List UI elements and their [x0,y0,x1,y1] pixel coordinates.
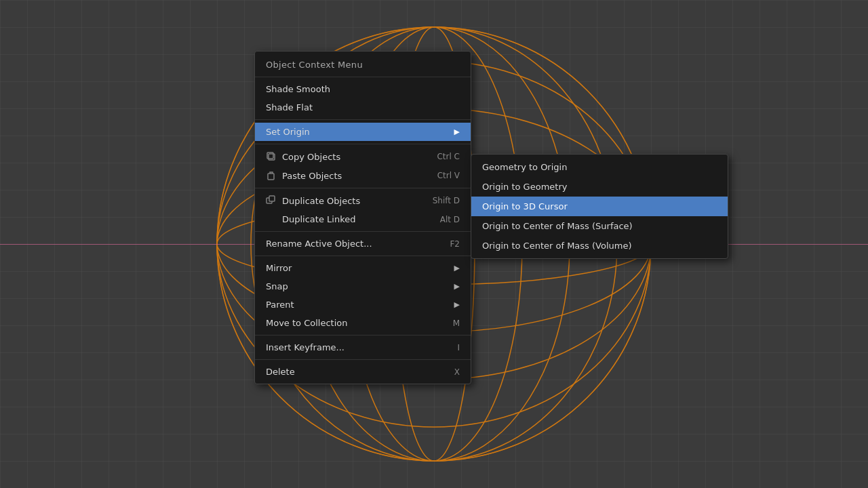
divider-6 [255,335,471,336]
menu-item-shade-smooth[interactable]: Shade Smooth [255,80,471,98]
delete-label: Delete [266,367,295,377]
menu-item-parent[interactable]: Parent ▶ [255,296,471,314]
menu-item-move-to-collection[interactable]: Move to Collection M [255,314,471,332]
origin-to-3d-cursor-label: Origin to 3D Cursor [482,201,568,211]
divider-7 [255,359,471,360]
duplicate-objects-label: Duplicate Objects [282,196,360,206]
divider-1 [255,119,471,120]
menu-item-duplicate-linked[interactable]: Duplicate Linked Alt D [255,210,471,228]
set-origin-submenu: Geometry to Origin Origin to Geometry Or… [471,154,728,259]
paste-icon [266,170,277,181]
menu-item-snap[interactable]: Snap ▶ [255,277,471,296]
context-menu: Object Context Menu Shade Smooth Shade F… [254,51,471,384]
svg-rect-15 [269,196,275,201]
duplicate-linked-shortcut: Alt D [440,215,460,224]
origin-to-center-of-mass-surface-label: Origin to Center of Mass (Surface) [482,221,633,231]
mirror-arrow: ▶ [454,264,460,272]
menu-item-duplicate-objects[interactable]: Duplicate Objects Shift D [255,191,471,210]
copy-icon [266,151,277,162]
snap-arrow: ▶ [454,282,460,291]
submenu-item-origin-to-center-of-mass-volume[interactable]: Origin to Center of Mass (Volume) [471,236,728,256]
menu-item-delete[interactable]: Delete X [255,363,471,381]
menu-item-insert-keyframe[interactable]: Insert Keyframe... I [255,338,471,357]
submenu-item-origin-to-center-of-mass-surface[interactable]: Origin to Center of Mass (Surface) [471,216,728,236]
duplicate-objects-shortcut: Shift D [433,196,460,205]
mirror-label: Mirror [266,263,292,273]
menu-item-set-origin[interactable]: Set Origin ▶ [255,123,471,141]
insert-keyframe-label: Insert Keyframe... [266,342,344,352]
copy-objects-shortcut: Ctrl C [437,152,460,161]
menu-item-shade-flat[interactable]: Shade Flat [255,98,471,117]
geometry-to-origin-label: Geometry to Origin [482,162,567,172]
copy-objects-label: Copy Objects [282,152,340,162]
delete-shortcut: X [454,367,460,377]
paste-objects-shortcut: Ctrl V [437,171,460,180]
parent-label: Parent [266,300,294,310]
rename-active-object-label: Rename Active Object... [266,239,372,249]
set-origin-label: Set Origin [266,127,310,137]
submenu-item-origin-to-geometry[interactable]: Origin to Geometry [471,177,728,197]
duplicate-icon [266,195,277,206]
parent-arrow: ▶ [454,300,460,309]
svg-rect-13 [268,174,274,180]
rename-active-object-shortcut: F2 [450,239,460,249]
menu-title: Object Context Menu [255,54,471,77]
shade-flat-label: Shade Flat [266,102,313,113]
divider-5 [255,256,471,256]
menu-item-paste-objects[interactable]: Paste Objects Ctrl V [255,166,471,185]
snap-label: Snap [266,281,288,291]
menu-item-mirror[interactable]: Mirror ▶ [255,259,471,277]
divider-4 [255,231,471,232]
set-origin-arrow: ▶ [454,127,460,136]
shade-smooth-label: Shade Smooth [266,84,330,94]
duplicate-linked-label: Duplicate Linked [282,214,355,224]
submenu-item-origin-to-3d-cursor[interactable]: Origin to 3D Cursor [471,197,728,216]
submenu-item-geometry-to-origin[interactable]: Geometry to Origin [471,157,728,177]
menu-item-rename-active-object[interactable]: Rename Active Object... F2 [255,235,471,253]
move-to-collection-label: Move to Collection [266,318,347,328]
menu-item-copy-objects[interactable]: Copy Objects Ctrl C [255,147,471,166]
paste-objects-label: Paste Objects [282,171,342,181]
move-to-collection-shortcut: M [453,319,460,328]
insert-keyframe-shortcut: I [457,343,460,352]
origin-to-center-of-mass-volume-label: Origin to Center of Mass (Volume) [482,241,632,251]
origin-to-geometry-label: Origin to Geometry [482,182,567,192]
divider-2 [255,144,471,144]
divider-3 [255,188,471,188]
context-menu-wrapper: Object Context Menu Shade Smooth Shade F… [254,51,728,384]
